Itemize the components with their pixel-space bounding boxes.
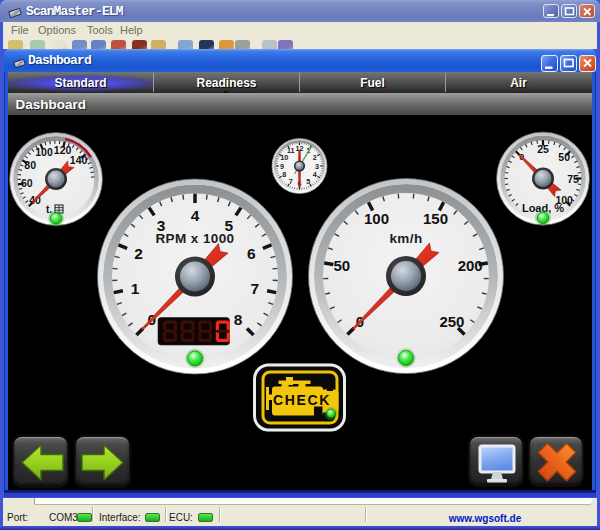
svg-text:50: 50	[558, 151, 570, 163]
svg-text:80: 80	[24, 159, 36, 171]
svg-text:25: 25	[537, 143, 549, 155]
svg-text:CHECK: CHECK	[273, 392, 331, 408]
svg-text:9: 9	[279, 162, 283, 171]
svg-text:100: 100	[363, 210, 388, 227]
svg-text:60: 60	[20, 177, 32, 189]
svg-text:7: 7	[250, 280, 259, 297]
svg-text:2: 2	[312, 153, 316, 162]
svg-text:8: 8	[233, 311, 242, 328]
svg-text:4: 4	[190, 207, 199, 224]
svg-text:4: 4	[312, 170, 316, 179]
svg-text:6: 6	[247, 245, 256, 262]
svg-text:3: 3	[315, 162, 319, 171]
svg-text:km/h: km/h	[389, 230, 422, 245]
svg-text:200: 200	[457, 257, 482, 274]
svg-text:100: 100	[35, 146, 53, 158]
svg-text:150: 150	[422, 210, 447, 227]
svg-text:8: 8	[282, 170, 286, 179]
svg-text:5: 5	[306, 177, 310, 186]
svg-text:2: 2	[134, 245, 143, 262]
svg-text:50: 50	[333, 257, 350, 274]
svg-text:7: 7	[288, 177, 292, 186]
svg-text:1: 1	[130, 280, 139, 297]
svg-text:RPM x 1000: RPM x 1000	[155, 231, 234, 246]
svg-text:140: 140	[69, 154, 87, 166]
svg-text:250: 250	[439, 313, 464, 330]
svg-text:75: 75	[567, 173, 579, 185]
svg-text:11: 11	[286, 146, 294, 155]
